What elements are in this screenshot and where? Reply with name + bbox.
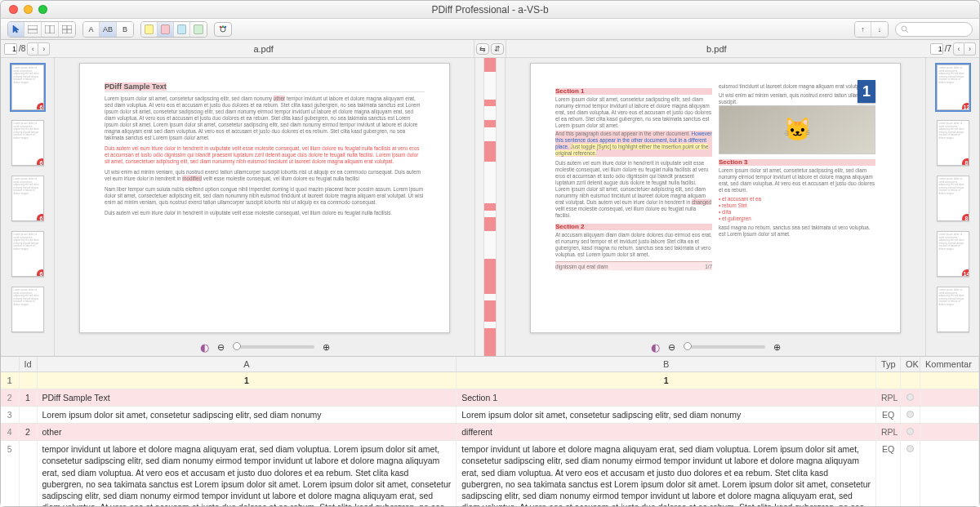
table-row[interactable]: 21PDiff Sample TextSection 1RPL — [1, 389, 979, 406]
document-header: /8 ‹ › a.pdf ⇆ ⇵ b.pdf /7 ‹ › — [1, 40, 979, 58]
svg-point-11 — [902, 26, 906, 31]
thumbnail[interactable]: Lorem ipsum dolor sit amet consectetur a… — [11, 176, 44, 221]
page-view-a[interactable]: PDiff Sample Text Lorem ipsum dolor sit … — [79, 63, 450, 333]
tool-group-pointer — [7, 21, 76, 38]
svg-point-7 — [220, 27, 225, 32]
table-header-row: Id A B Typ OK Kommentar — [1, 357, 979, 371]
highlight-yellow-button[interactable] — [141, 22, 158, 37]
split-horizontal-button[interactable] — [24, 22, 42, 37]
svg-point-9 — [222, 25, 224, 27]
nav-down-button[interactable]: ↓ — [871, 22, 888, 37]
titlebar: PDiff Professional - a-VS-b — [1, 1, 979, 19]
zoom-slider-b[interactable] — [684, 345, 765, 349]
page-next-a[interactable]: › — [38, 42, 50, 56]
col-typ[interactable]: Typ — [876, 357, 901, 371]
page-prev-a[interactable]: ‹ — [27, 42, 38, 56]
zoom-in-a-icon[interactable]: ⊕ — [323, 342, 330, 353]
section-3-header: Section 3 — [719, 159, 875, 166]
contrast-icon-b[interactable]: ◐ — [651, 341, 660, 354]
page-next-b[interactable]: › — [964, 42, 976, 56]
window-title: PDiff Professional - a-VS-b — [1, 4, 979, 16]
col-kommentar[interactable]: Kommentar — [920, 357, 979, 371]
view-ab-button[interactable]: AB — [100, 22, 117, 37]
diff-minimap[interactable] — [483, 58, 497, 356]
pointer-tool-button[interactable] — [8, 22, 24, 37]
zoom-in-b-icon[interactable]: ⊕ — [773, 342, 781, 353]
svg-line-12 — [906, 30, 908, 33]
table-row[interactable]: 3Lorem ipsum dolor sit amet, consetetur … — [1, 406, 979, 423]
thumbnail[interactable]: Lorem ipsum dolor sit amet consectetur a… — [937, 231, 969, 277]
file-label-a: a.pdf — [53, 40, 474, 57]
zoom-bar-b: ◐ ⊖ ⊕ — [506, 338, 925, 356]
col-a[interactable]: A — [37, 357, 457, 371]
table-row[interactable]: 111 — [1, 371, 979, 389]
sync-button[interactable]: ⇆ — [476, 43, 489, 55]
contrast-icon[interactable]: ◐ — [200, 341, 209, 354]
highlight-green-button[interactable] — [190, 22, 207, 37]
app-window: PDiff Professional - a-VS-b A AB B — [0, 0, 980, 507]
thumbnails-b[interactable]: Lorem ipsum dolor sit amet consectetur a… — [925, 58, 979, 356]
zoom-bar-a: ◐ ⊖ ⊕ — [55, 338, 474, 356]
highlight-pink-button[interactable] — [158, 22, 174, 37]
table-row[interactable]: 42otherdifferentRPL — [1, 424, 979, 441]
page-prev-b[interactable]: ‹ — [953, 42, 964, 56]
split-vertical-button[interactable] — [42, 22, 59, 37]
view-b-button[interactable]: B — [117, 22, 133, 37]
col-b[interactable]: B — [457, 357, 876, 371]
highlight-colors — [140, 21, 207, 38]
doc-panel-a: PDiff Sample Text Lorem ipsum dolor sit … — [55, 58, 474, 356]
thumbnail[interactable]: Lorem ipsum dolor sit amet consectetur a… — [11, 287, 44, 332]
col-id[interactable]: Id — [19, 357, 37, 371]
section-2-header: Section 2 — [555, 224, 712, 230]
page-number-input-a[interactable] — [4, 43, 17, 55]
col-index[interactable] — [1, 357, 19, 371]
view-mode-group: A AB B — [82, 21, 134, 38]
section-1-header: Section 1 — [555, 88, 712, 95]
page-total-b: /7 — [945, 44, 951, 53]
page-indicator-b: /7 ‹ › — [927, 40, 979, 57]
thumbnail[interactable]: Lorem ipsum dolor sit amet consectetur a… — [11, 64, 44, 110]
thumbnail[interactable]: Lorem ipsum dolor sit amet consectetur a… — [11, 120, 44, 166]
toolbar: A AB B ↑ ↓ — [1, 19, 979, 40]
settings-button[interactable] — [214, 22, 232, 37]
nav-up-down: ↑ ↓ — [854, 21, 889, 38]
page-number-input-b[interactable] — [930, 43, 943, 55]
thumbnail[interactable]: Lorem ipsum dolor sit amet consectetur a… — [937, 176, 969, 221]
page-a-title: PDiff Sample Text — [105, 82, 167, 91]
zoom-out-a-icon[interactable]: ⊖ — [217, 342, 225, 353]
file-label-b: b.pdf — [506, 40, 927, 57]
view-a-button[interactable]: A — [83, 22, 100, 37]
thumbnails-a[interactable]: Lorem ipsum dolor sit amet consectetur a… — [1, 58, 55, 356]
thumbnail[interactable]: Lorem ipsum dolor sit amet consectetur a… — [937, 287, 969, 332]
table-row[interactable]: 5tempor invidunt ut labore et dolore mag… — [1, 441, 979, 506]
zoom-slider-a[interactable] — [233, 345, 314, 349]
page-total-a: /8 — [19, 44, 25, 53]
center-strip — [474, 58, 506, 356]
doc-panel-b: 1 Section 1 Lorem ipsum dolor sit amet, … — [506, 58, 925, 356]
col-ok[interactable]: OK — [901, 357, 920, 371]
page-b-number-badge: 1 — [858, 80, 875, 103]
page-indicator-a: /8 ‹ › — [1, 40, 53, 57]
thumbnail[interactable]: Lorem ipsum dolor sit amet consectetur a… — [11, 231, 44, 277]
zoom-out-b-icon[interactable]: ⊖ — [668, 342, 675, 353]
grid-button[interactable] — [59, 22, 75, 37]
compare-area: Lorem ipsum dolor sit amet consectetur a… — [1, 58, 979, 356]
nav-up-button[interactable]: ↑ — [855, 22, 871, 37]
thumbnail[interactable]: Lorem ipsum dolor sit amet consectetur a… — [937, 120, 969, 166]
highlight-cyan-button[interactable] — [174, 22, 190, 37]
thumbnail[interactable]: Lorem ipsum dolor sit amet consectetur a… — [937, 64, 969, 110]
search-field[interactable] — [895, 22, 973, 37]
main-area: Lorem ipsum dolor sit amet consectetur a… — [1, 58, 979, 506]
cat-image: 🐱 — [719, 105, 875, 154]
diff-table[interactable]: Id A B Typ OK Kommentar 11121PDiff Sampl… — [1, 356, 979, 506]
link-button[interactable]: ⇵ — [491, 43, 504, 55]
svg-point-8 — [220, 25, 221, 27]
svg-point-10 — [225, 25, 226, 27]
page-view-b[interactable]: 1 Section 1 Lorem ipsum dolor sit amet, … — [530, 63, 901, 333]
search-icon — [901, 25, 909, 33]
